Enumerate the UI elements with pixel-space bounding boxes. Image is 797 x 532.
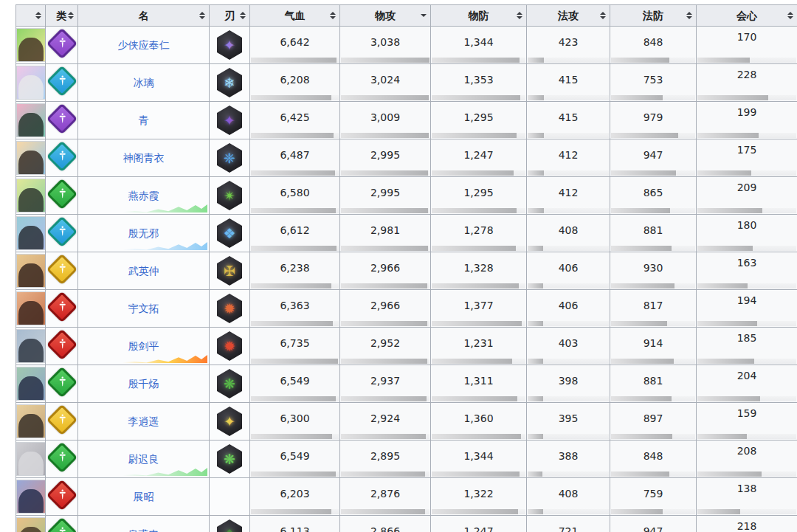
stat-bar-track <box>697 471 796 477</box>
stat-bar-track <box>697 58 796 63</box>
class-icon-green <box>46 517 77 532</box>
stat-value-hp: 6,300 <box>250 403 339 433</box>
stat-bar-track <box>251 170 339 176</box>
stat-value-matk: 423 <box>527 27 610 57</box>
stat-value-mdef: 848 <box>610 27 696 57</box>
character-name-link[interactable]: 殷千炀 <box>128 378 159 390</box>
stat-bar-track <box>432 170 525 176</box>
column-header-mdef[interactable]: 法防 <box>610 5 697 27</box>
stat-cell-pdef: 1,360 <box>431 403 527 441</box>
stat-cell-pdef: 1,344 <box>431 441 527 478</box>
character-name-link[interactable]: 殷剑平 <box>128 340 159 352</box>
stat-bar-track <box>341 58 429 63</box>
stat-bar-fill <box>251 133 334 138</box>
stat-bar-fill <box>341 509 425 514</box>
stat-bar-track <box>432 133 525 138</box>
stat-bar-fill <box>611 283 674 289</box>
stat-bar-fill <box>251 509 331 514</box>
stat-bar-fill <box>697 170 751 176</box>
class-icon-green <box>46 179 77 210</box>
stat-bar-fill <box>697 434 747 439</box>
stat-bar-fill <box>432 321 522 326</box>
class-icon-blue <box>46 141 77 172</box>
stat-cell-pdef: 1,295 <box>431 177 527 215</box>
character-name-link[interactable]: 冰璃 <box>134 77 154 89</box>
column-header-name[interactable]: 名 <box>78 5 210 27</box>
stat-cell-pdef: 1,322 <box>431 478 527 516</box>
stat-bar-track <box>611 170 695 176</box>
stat-bar-track <box>251 434 339 439</box>
stat-cell-pdef: 1,353 <box>431 64 527 102</box>
sort-icon <box>330 12 336 19</box>
sword-glyph <box>55 488 68 501</box>
stat-bar-fill <box>528 170 544 176</box>
stat-bar-track <box>697 359 796 364</box>
column-header-pdef[interactable]: 物防 <box>431 5 527 27</box>
character-avatar <box>16 291 46 325</box>
stat-bar-track <box>611 434 695 439</box>
character-figure <box>18 75 44 100</box>
character-name-link[interactable]: 宇文拓 <box>128 303 159 314</box>
stat-cell-mdef: 817 <box>610 290 697 328</box>
character-name-link[interactable]: 展昭 <box>134 491 154 502</box>
character-name-link[interactable]: 少侠应奉仁 <box>118 39 170 51</box>
stat-bar-fill <box>432 434 521 439</box>
stat-bar-track <box>528 471 609 477</box>
character-avatar <box>16 66 46 100</box>
column-header-hp[interactable]: 气血 <box>250 5 340 27</box>
stat-bar-track <box>697 133 796 138</box>
stat-bar-fill <box>341 359 427 364</box>
character-avatar <box>16 28 46 62</box>
stat-bar-track <box>251 509 339 514</box>
character-figure <box>18 38 44 62</box>
character-name-link[interactable]: 李逍遥 <box>128 415 159 427</box>
stat-value-mdef: 979 <box>610 102 696 132</box>
blade-icon: ✦ <box>217 106 242 135</box>
stat-cell-pdef: 1,247 <box>431 516 527 532</box>
stat-bar-track <box>341 208 429 213</box>
column-header-blade[interactable]: 刃 <box>210 5 250 27</box>
stat-bar-track <box>697 434 796 439</box>
stat-cell-mdef: 865 <box>610 177 697 215</box>
stat-bar-fill <box>528 434 543 439</box>
stat-value-mdef: 817 <box>610 290 696 320</box>
stat-value-matk: 395 <box>527 403 610 433</box>
character-name-link[interactable]: 尉迟良 <box>128 453 159 465</box>
stat-bar-track <box>432 321 525 326</box>
column-header-class[interactable]: 类 <box>46 5 78 27</box>
character-name-link[interactable]: 武英仲 <box>128 265 159 277</box>
green-element-effect <box>123 204 207 213</box>
character-name-link[interactable]: 神阁青衣 <box>123 152 165 164</box>
stat-bar-track <box>528 170 609 176</box>
stat-bar-fill <box>341 208 428 213</box>
character-stats-table: 类 名 刃 气血 物攻 物防 法攻 法防 会心 <box>15 4 797 532</box>
column-header-patk[interactable]: 物攻 <box>340 5 431 27</box>
stat-bar-track <box>251 359 339 364</box>
sort-icon <box>787 12 793 19</box>
sort-icon <box>199 12 205 19</box>
stat-bar-fill <box>432 133 517 138</box>
stat-value-crit: 170 <box>697 27 797 57</box>
character-name-link[interactable]: 皇甫申 <box>128 528 159 532</box>
stat-cell-crit: 180 <box>697 215 797 252</box>
stat-bar-fill <box>697 133 759 138</box>
character-name-link[interactable]: 青 <box>139 114 149 126</box>
character-name-link[interactable]: 燕赤霞 <box>128 190 159 201</box>
character-figure <box>18 489 44 514</box>
character-figure <box>18 376 44 401</box>
stat-cell-mdef: 848 <box>610 441 697 478</box>
stat-bar-fill <box>251 170 335 176</box>
blade-icon: ❋ <box>217 369 242 398</box>
character-name-link[interactable]: 殷无邪 <box>128 227 159 239</box>
stat-bar-track <box>341 434 429 439</box>
stat-value-pdef: 1,344 <box>431 27 526 57</box>
stat-value-hp: 6,208 <box>250 64 339 94</box>
blade-icon: ❋ <box>217 444 242 474</box>
blade-icon: ✴ <box>217 181 242 210</box>
column-header-matk[interactable]: 法攻 <box>527 5 610 27</box>
sword-glyph <box>55 187 68 200</box>
column-header-crit[interactable]: 会心 <box>697 5 797 27</box>
column-header-avatar[interactable] <box>16 5 46 27</box>
stat-bar-track <box>611 246 695 251</box>
stat-value-crit: 185 <box>697 328 797 358</box>
